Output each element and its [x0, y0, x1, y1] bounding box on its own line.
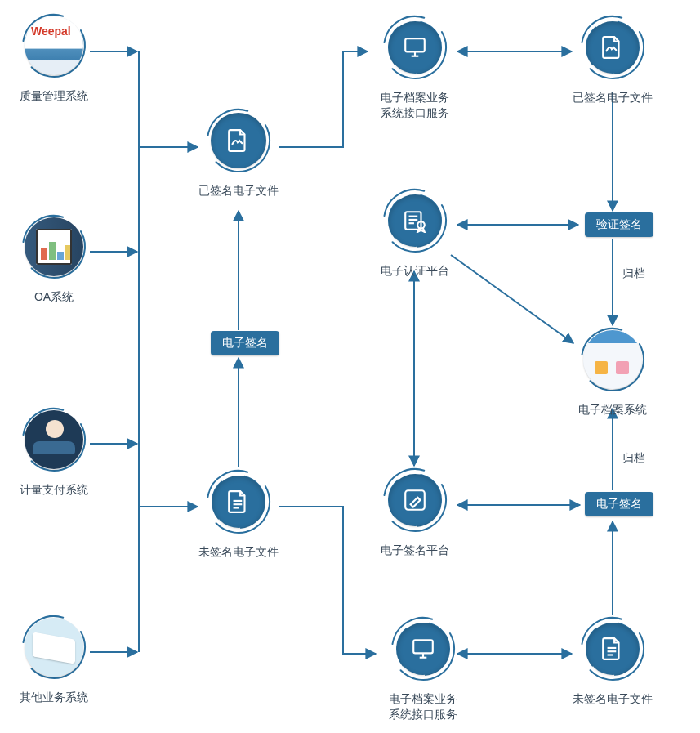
certificate-icon [389, 194, 441, 247]
oa-label: OA系统 [5, 289, 103, 305]
cert-platform-label: 电子认证平台 [366, 263, 464, 279]
monitor-icon-2 [397, 623, 449, 675]
unsigned2-file-icon [586, 623, 639, 675]
interface-top-label: 电子档案业务 系统接口服务 [366, 90, 464, 121]
node-oa-system: OA系统 [5, 211, 103, 305]
node-quality-system: 质量管理系统 [5, 10, 103, 104]
measure-label: 计量支付系统 [5, 482, 103, 498]
quality-label: 质量管理系统 [5, 88, 103, 104]
node-archive-system: 电子档案系统 [564, 324, 662, 418]
other-thumbnail-icon [25, 618, 83, 677]
chip-verify: 验证签名 [585, 212, 653, 237]
pen-icon [389, 474, 441, 526]
chip-esign-center: 电子签名 [211, 331, 279, 355]
weepal-thumbnail-icon [25, 16, 83, 75]
node-interface-top: 电子档案业务 系统接口服务 [366, 11, 464, 121]
node-signed2: 已签名电子文件 [564, 11, 662, 105]
arrow-signed-interface-top [279, 51, 368, 147]
arrow-unsigned-interface-bottom [279, 507, 376, 654]
node-unsigned2: 未签名电子文件 [564, 613, 662, 707]
node-signed-file: 已签名电子文件 [189, 105, 288, 199]
archive-label-2: 归档 [622, 451, 645, 466]
interface-bottom-label: 电子档案业务 系统接口服务 [374, 691, 472, 722]
signed2-label: 已签名电子文件 [564, 90, 662, 105]
signed-file-icon [211, 113, 266, 168]
node-unsigned-file: 未签名电子文件 [189, 466, 288, 560]
other-label: 其他业务系统 [5, 690, 103, 705]
arrow-cert-archive [451, 255, 573, 343]
archive-label-1: 归档 [622, 266, 645, 281]
unsigned-label: 未签名电子文件 [189, 544, 288, 560]
measure-thumbnail-icon [25, 410, 83, 469]
esign-platform-label: 电子签名平台 [366, 543, 464, 558]
archive-thumbnail-icon [583, 330, 642, 389]
node-interface-bottom: 电子档案业务 系统接口服务 [374, 613, 472, 722]
oa-thumbnail-icon [25, 217, 83, 276]
chip-esign-right: 电子签名 [585, 492, 653, 516]
node-esign-platform: 电子签名平台 [366, 464, 464, 558]
archive-label: 电子档案系统 [564, 402, 662, 418]
signed-label: 已签名电子文件 [189, 183, 288, 199]
unsigned-file-icon [212, 476, 265, 528]
node-cert-platform: 电子认证平台 [366, 185, 464, 279]
node-measure-system: 计量支付系统 [5, 404, 103, 498]
signed2-file-icon [586, 21, 639, 74]
monitor-icon [389, 21, 441, 74]
unsigned2-label: 未签名电子文件 [564, 691, 662, 707]
node-other-system: 其他业务系统 [5, 611, 103, 705]
